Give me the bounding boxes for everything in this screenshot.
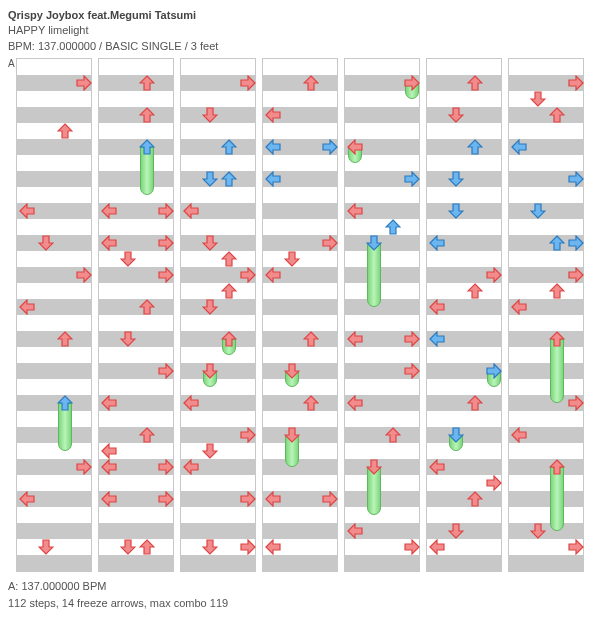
beat-row [427,523,501,539]
right-arrow-icon [486,475,502,491]
svg-marker-51 [241,540,255,554]
beat-row [17,539,91,555]
svg-marker-45 [184,396,198,410]
beat-row [345,235,419,251]
up-arrow-icon [57,331,73,347]
beat-row [99,427,173,443]
right-arrow-icon [404,331,420,347]
beat-row [345,459,419,475]
down-arrow-icon [448,107,464,123]
right-arrow-icon [568,235,584,251]
svg-marker-102 [512,140,526,154]
beat-row [263,59,337,75]
right-arrow-icon [404,363,420,379]
down-arrow-icon [202,299,218,315]
left-arrow-icon [265,539,281,555]
svg-marker-53 [266,108,280,122]
left-arrow-icon [429,459,445,475]
up-arrow-icon [467,491,483,507]
svg-marker-47 [203,444,217,458]
beat-row [181,443,255,459]
beat-row [99,123,173,139]
beat-row [99,555,173,571]
beat-row [427,59,501,75]
up-arrow-icon [467,395,483,411]
down-arrow-icon [284,427,300,443]
left-arrow-icon [101,491,117,507]
right-arrow-icon [568,75,584,91]
svg-marker-70 [348,204,362,218]
svg-marker-95 [487,476,501,490]
down-arrow-icon [284,363,300,379]
right-arrow-icon [158,203,174,219]
beat-row [427,347,501,363]
beat-row [509,411,583,427]
beat-row [99,171,173,187]
beat-row [17,475,91,491]
beat-row [181,379,255,395]
beat-row [345,283,419,299]
beat-row [509,523,583,539]
svg-marker-9 [20,492,34,506]
beat-row [509,379,583,395]
down-arrow-icon [530,523,546,539]
svg-marker-69 [405,172,419,186]
svg-marker-108 [550,284,564,298]
beat-row [17,91,91,107]
beat-row [99,155,173,171]
right-arrow-icon [240,491,256,507]
beat-row [345,491,419,507]
beat-row [263,427,337,443]
down-arrow-icon [202,539,218,555]
left-arrow-icon [19,299,35,315]
svg-marker-88 [468,284,482,298]
svg-marker-59 [266,268,280,282]
beat-row [509,331,583,347]
left-arrow-icon [347,139,363,155]
down-arrow-icon [530,203,546,219]
svg-marker-32 [241,76,255,90]
svg-marker-93 [449,428,463,442]
beat-row [345,123,419,139]
stepchart-column [262,58,338,572]
svg-marker-79 [348,524,362,538]
beat-row [345,315,419,331]
beat-row [181,523,255,539]
svg-marker-22 [159,364,173,378]
svg-marker-40 [241,268,255,282]
svg-marker-18 [121,252,135,266]
svg-marker-10 [39,540,53,554]
beat-row [99,59,173,75]
svg-marker-112 [512,428,526,442]
right-arrow-icon [568,171,584,187]
svg-marker-56 [266,172,280,186]
svg-marker-46 [241,428,255,442]
artist-line: Qrispy Joybox feat.Megumi Tatsumi [8,8,584,23]
right-arrow-icon [158,267,174,283]
svg-marker-57 [323,236,337,250]
svg-marker-36 [222,172,236,186]
left-arrow-icon [429,539,445,555]
beat-row [509,107,583,123]
beat-row [427,155,501,171]
beat-row [99,251,173,267]
right-arrow-icon [240,75,256,91]
svg-marker-87 [487,268,501,282]
up-arrow-icon [221,139,237,155]
up-arrow-icon [549,235,565,251]
svg-marker-91 [487,364,501,378]
svg-marker-73 [405,332,419,346]
svg-marker-94 [430,460,444,474]
beat-row [99,219,173,235]
beat-row [345,347,419,363]
left-arrow-icon [19,491,35,507]
up-arrow-icon [57,123,73,139]
right-arrow-icon [240,539,256,555]
up-arrow-icon [221,283,237,299]
svg-marker-111 [569,396,583,410]
up-arrow-icon [139,75,155,91]
beat-row [263,363,337,379]
left-arrow-icon [429,331,445,347]
beat-row [427,91,501,107]
left-arrow-icon [183,459,199,475]
